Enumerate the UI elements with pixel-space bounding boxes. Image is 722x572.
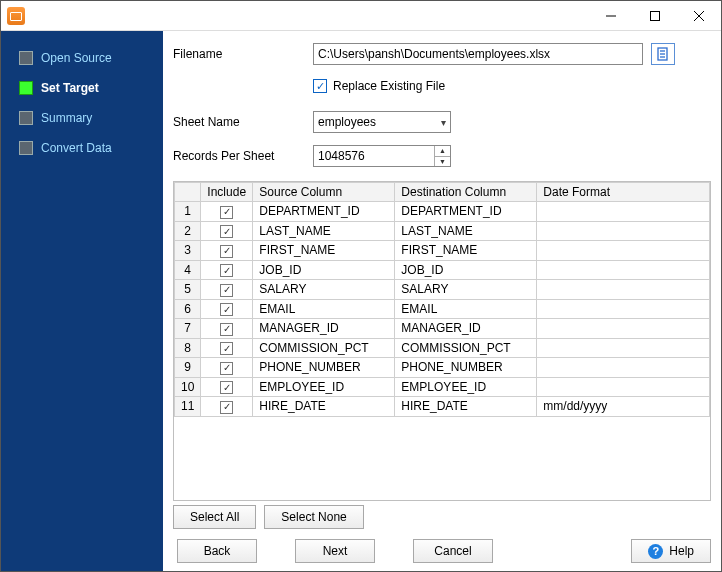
- destination-column-cell[interactable]: DEPARTMENT_ID: [395, 202, 537, 222]
- destination-column-cell[interactable]: HIRE_DATE: [395, 397, 537, 417]
- include-checkbox[interactable]: [220, 401, 233, 414]
- table-row[interactable]: 6EMAILEMAIL: [175, 299, 710, 319]
- table-row[interactable]: 5SALARYSALARY: [175, 280, 710, 300]
- row-number: 3: [175, 241, 201, 261]
- records-spinner-down[interactable]: ▼: [435, 157, 450, 167]
- date-format-cell[interactable]: [537, 241, 710, 261]
- include-checkbox[interactable]: [220, 206, 233, 219]
- sheet-name-select[interactable]: employees ▾: [313, 111, 451, 133]
- date-format-cell[interactable]: [537, 358, 710, 378]
- include-checkbox[interactable]: [220, 245, 233, 258]
- source-column-cell[interactable]: COMMISSION_PCT: [253, 338, 395, 358]
- table-row[interactable]: 2LAST_NAMELAST_NAME: [175, 221, 710, 241]
- sidebar-item-convert-data[interactable]: Convert Data: [19, 133, 163, 163]
- sidebar-item-label: Convert Data: [41, 141, 112, 155]
- row-number: 4: [175, 260, 201, 280]
- filename-label: Filename: [173, 47, 313, 61]
- date-format-cell[interactable]: [537, 280, 710, 300]
- records-per-sheet-input[interactable]: [314, 146, 434, 166]
- close-button[interactable]: [677, 1, 721, 31]
- records-per-sheet-label: Records Per Sheet: [173, 149, 313, 163]
- row-number: 2: [175, 221, 201, 241]
- app-icon: [7, 7, 25, 25]
- date-format-cell[interactable]: mm/dd/yyyy: [537, 397, 710, 417]
- source-column-cell[interactable]: HIRE_DATE: [253, 397, 395, 417]
- grid-header-row: Include Source Column Destination Column…: [175, 183, 710, 202]
- destination-column-cell[interactable]: EMPLOYEE_ID: [395, 377, 537, 397]
- table-row[interactable]: 4JOB_IDJOB_ID: [175, 260, 710, 280]
- records-spinner-up[interactable]: ▲: [435, 146, 450, 157]
- sidebar-item-label: Summary: [41, 111, 92, 125]
- select-none-button[interactable]: Select None: [264, 505, 363, 529]
- include-checkbox[interactable]: [220, 381, 233, 394]
- date-format-cell[interactable]: [537, 319, 710, 339]
- row-number: 7: [175, 319, 201, 339]
- grid-header-destination[interactable]: Destination Column: [395, 183, 537, 202]
- source-column-cell[interactable]: EMAIL: [253, 299, 395, 319]
- date-format-cell[interactable]: [537, 338, 710, 358]
- grid-header-include[interactable]: Include: [201, 183, 253, 202]
- filename-input[interactable]: [313, 43, 643, 65]
- destination-column-cell[interactable]: MANAGER_ID: [395, 319, 537, 339]
- sheet-name-label: Sheet Name: [173, 115, 313, 129]
- destination-column-cell[interactable]: EMAIL: [395, 299, 537, 319]
- destination-column-cell[interactable]: SALARY: [395, 280, 537, 300]
- destination-column-cell[interactable]: PHONE_NUMBER: [395, 358, 537, 378]
- destination-column-cell[interactable]: COMMISSION_PCT: [395, 338, 537, 358]
- source-column-cell[interactable]: DEPARTMENT_ID: [253, 202, 395, 222]
- include-checkbox[interactable]: [220, 303, 233, 316]
- grid-header-date-format[interactable]: Date Format: [537, 183, 710, 202]
- sidebar-item-open-source[interactable]: Open Source: [19, 43, 163, 73]
- back-button[interactable]: Back: [177, 539, 257, 563]
- select-all-button[interactable]: Select All: [173, 505, 256, 529]
- row-number: 11: [175, 397, 201, 417]
- minimize-button[interactable]: [589, 1, 633, 31]
- source-column-cell[interactable]: JOB_ID: [253, 260, 395, 280]
- date-format-cell[interactable]: [537, 202, 710, 222]
- sidebar-item-summary[interactable]: Summary: [19, 103, 163, 133]
- next-button[interactable]: Next: [295, 539, 375, 563]
- help-button[interactable]: ? Help: [631, 539, 711, 563]
- destination-column-cell[interactable]: FIRST_NAME: [395, 241, 537, 261]
- source-column-cell[interactable]: EMPLOYEE_ID: [253, 377, 395, 397]
- replace-existing-checkbox[interactable]: [313, 79, 327, 93]
- file-icon: [656, 47, 670, 61]
- source-column-cell[interactable]: SALARY: [253, 280, 395, 300]
- cancel-button[interactable]: Cancel: [413, 539, 493, 563]
- grid-header-source[interactable]: Source Column: [253, 183, 395, 202]
- include-checkbox[interactable]: [220, 362, 233, 375]
- row-number: 1: [175, 202, 201, 222]
- help-label: Help: [669, 544, 694, 558]
- sheet-name-value: employees: [318, 115, 376, 129]
- date-format-cell[interactable]: [537, 221, 710, 241]
- destination-column-cell[interactable]: JOB_ID: [395, 260, 537, 280]
- source-column-cell[interactable]: LAST_NAME: [253, 221, 395, 241]
- sidebar-item-label: Set Target: [41, 81, 99, 95]
- include-checkbox[interactable]: [220, 264, 233, 277]
- include-checkbox[interactable]: [220, 323, 233, 336]
- step-marker-icon: [19, 51, 33, 65]
- include-checkbox[interactable]: [220, 342, 233, 355]
- column-mapping-grid: Include Source Column Destination Column…: [173, 181, 711, 501]
- date-format-cell[interactable]: [537, 377, 710, 397]
- table-row[interactable]: 9PHONE_NUMBERPHONE_NUMBER: [175, 358, 710, 378]
- table-row[interactable]: 1DEPARTMENT_IDDEPARTMENT_ID: [175, 202, 710, 222]
- table-row[interactable]: 10EMPLOYEE_IDEMPLOYEE_ID: [175, 377, 710, 397]
- source-column-cell[interactable]: MANAGER_ID: [253, 319, 395, 339]
- date-format-cell[interactable]: [537, 260, 710, 280]
- row-number: 5: [175, 280, 201, 300]
- table-row[interactable]: 11HIRE_DATEHIRE_DATEmm/dd/yyyy: [175, 397, 710, 417]
- table-row[interactable]: 8COMMISSION_PCTCOMMISSION_PCT: [175, 338, 710, 358]
- sidebar-item-set-target[interactable]: Set Target: [19, 73, 163, 103]
- maximize-button[interactable]: [633, 1, 677, 31]
- browse-file-button[interactable]: [651, 43, 675, 65]
- table-row[interactable]: 7MANAGER_IDMANAGER_ID: [175, 319, 710, 339]
- table-row[interactable]: 3FIRST_NAMEFIRST_NAME: [175, 241, 710, 261]
- date-format-cell[interactable]: [537, 299, 710, 319]
- include-checkbox[interactable]: [220, 284, 233, 297]
- step-marker-icon: [19, 141, 33, 155]
- include-checkbox[interactable]: [220, 225, 233, 238]
- source-column-cell[interactable]: FIRST_NAME: [253, 241, 395, 261]
- destination-column-cell[interactable]: LAST_NAME: [395, 221, 537, 241]
- source-column-cell[interactable]: PHONE_NUMBER: [253, 358, 395, 378]
